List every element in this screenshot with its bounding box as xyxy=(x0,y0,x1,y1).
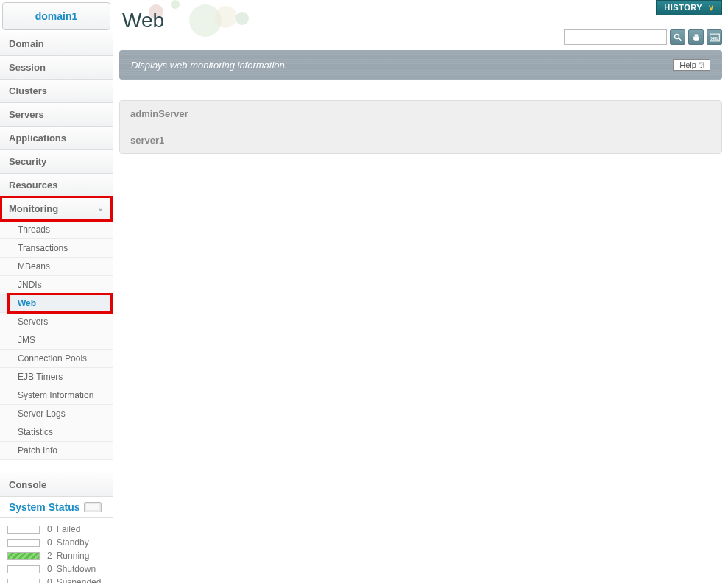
sub-threads[interactable]: Threads xyxy=(0,221,113,239)
sub-statistics[interactable]: Statistics xyxy=(0,423,113,442)
status-label: Suspended xyxy=(57,577,102,583)
search-icon xyxy=(674,33,682,42)
system-status-icon xyxy=(84,502,102,512)
sub-web[interactable]: Web xyxy=(0,294,113,313)
status-bar-icon xyxy=(7,565,40,573)
nav-console[interactable]: Console xyxy=(0,473,113,497)
page-title: Web xyxy=(119,0,722,32)
svg-point-0 xyxy=(674,34,679,38)
server-row-server1[interactable]: server1 xyxy=(120,127,721,153)
svg-text:XML: XML xyxy=(710,36,718,40)
print-icon xyxy=(692,33,701,42)
system-status-header: System Status xyxy=(0,497,113,518)
nav-session[interactable]: Session xyxy=(0,56,113,80)
sub-mbeans[interactable]: MBeans xyxy=(0,258,113,276)
status-failed: 0 Failed xyxy=(7,523,105,536)
nav-clusters[interactable]: Clusters xyxy=(0,80,113,103)
status-bar-icon xyxy=(7,552,40,560)
sub-jndis[interactable]: JNDIs xyxy=(0,276,113,294)
sub-server-logs[interactable]: Server Logs xyxy=(0,405,113,423)
status-running: 2 Running xyxy=(7,549,105,562)
nav-monitoring[interactable]: Monitoring ⌄ xyxy=(0,197,113,221)
system-status-title: System Status xyxy=(9,501,79,513)
sub-system-info[interactable]: System Information xyxy=(0,386,113,405)
status-shutdown: 0 Shutdown xyxy=(7,562,105,576)
svg-rect-3 xyxy=(694,34,698,36)
sub-transactions[interactable]: Transactions xyxy=(0,239,113,258)
status-count: 0 xyxy=(47,564,52,574)
status-count: 0 xyxy=(47,524,52,534)
nav-security[interactable]: Security xyxy=(0,150,113,174)
chevron-down-icon: ⌄ xyxy=(97,203,104,213)
server-row-adminserver[interactable]: adminServer xyxy=(120,101,721,127)
info-banner: Displays web monitoring information. Hel… xyxy=(119,50,722,80)
svg-line-1 xyxy=(678,38,681,40)
xml-icon: XML xyxy=(710,33,720,42)
sub-ejb-timers[interactable]: EJB Timers xyxy=(0,368,113,386)
server-list: adminServer server1 xyxy=(119,100,722,154)
status-suspended: 0 Suspended xyxy=(7,576,105,583)
status-standby: 0 Standby xyxy=(7,536,105,549)
nav-monitoring-label: Monitoring xyxy=(9,203,58,214)
sub-jms[interactable]: JMS xyxy=(0,331,113,350)
domain-header[interactable]: domain1 xyxy=(2,2,110,30)
sub-connection-pools[interactable]: Connection Pools xyxy=(0,350,113,368)
status-label: Shutdown xyxy=(57,564,96,574)
nav-resources[interactable]: Resources xyxy=(0,174,113,197)
status-label: Failed xyxy=(57,524,81,534)
status-bar-icon xyxy=(7,579,40,584)
nav-domain[interactable]: Domain xyxy=(0,32,113,56)
system-status-list: 0 Failed 0 Standby 2 Running 0 Shutdown … xyxy=(0,518,113,583)
help-icon: ⍰ xyxy=(699,60,704,69)
banner-text: Displays web monitoring information. xyxy=(131,60,287,71)
status-label: Standby xyxy=(57,537,89,548)
status-label: Running xyxy=(57,551,90,561)
status-count: 0 xyxy=(47,537,52,548)
status-count: 2 xyxy=(47,551,52,561)
sub-patch-info[interactable]: Patch Info xyxy=(0,442,113,460)
sub-servers[interactable]: Servers xyxy=(0,313,113,331)
status-bar-icon xyxy=(7,526,40,534)
status-bar-icon xyxy=(7,539,40,547)
status-count: 0 xyxy=(47,577,52,583)
nav-servers[interactable]: Servers xyxy=(0,103,113,127)
help-button[interactable]: Help ⍰ xyxy=(673,59,710,71)
nav-applications[interactable]: Applications xyxy=(0,127,113,150)
